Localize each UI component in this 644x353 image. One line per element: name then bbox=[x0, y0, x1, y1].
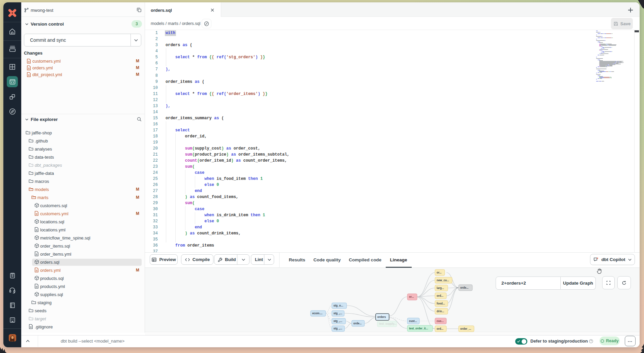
svg-text:stg_o...: stg_o... bbox=[333, 304, 343, 307]
svg-text:drin...: drin... bbox=[437, 310, 444, 313]
svg-text:order_...: order_... bbox=[460, 327, 471, 330]
svg-text:test_supply...: test_supply... bbox=[379, 322, 397, 325]
svg-text:ord...: ord... bbox=[437, 327, 443, 330]
svg-text:test_order_it...: test_order_it... bbox=[409, 327, 428, 330]
svg-text:stg_,...: stg_,... bbox=[333, 320, 342, 323]
svg-text:new_cu...: new_cu... bbox=[437, 279, 449, 282]
svg-text:cust...: cust... bbox=[409, 320, 417, 323]
svg-text:ecom....: ecom.... bbox=[312, 312, 323, 315]
svg-text:stg_,...: stg_,... bbox=[333, 312, 342, 315]
svg-text:orde...: orde... bbox=[353, 322, 362, 325]
svg-text:or...: or... bbox=[409, 295, 414, 298]
svg-text:stg_,...: stg_,... bbox=[333, 327, 342, 330]
svg-text:orde...: orde... bbox=[460, 286, 469, 289]
svg-text:or...: or... bbox=[437, 271, 442, 274]
svg-text:food...: food... bbox=[437, 302, 445, 305]
svg-text:cus...: cus... bbox=[437, 320, 444, 323]
svg-text:larg...: larg... bbox=[437, 287, 444, 290]
svg-text:orders: orders bbox=[377, 316, 386, 319]
svg-text:ord...: ord... bbox=[437, 294, 443, 297]
